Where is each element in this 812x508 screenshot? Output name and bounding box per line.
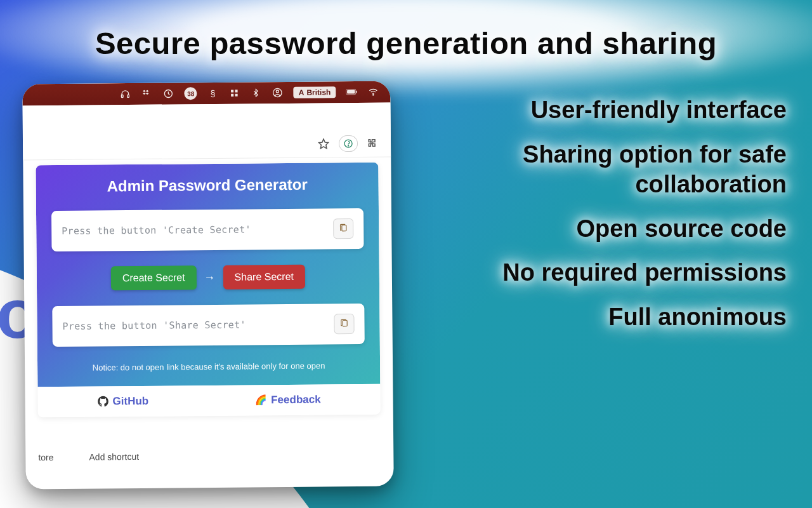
mac-menubar: 38 § A British — [22, 81, 390, 105]
chrome-ntp-row: tore Add shortcut — [38, 451, 139, 462]
svg-rect-1 — [128, 95, 129, 97]
svg-rect-3 — [231, 90, 233, 92]
github-icon — [97, 396, 108, 407]
share-secret-placeholder: Press the button 'Share Secret' — [62, 319, 246, 332]
svg-point-15 — [348, 145, 349, 145]
grid-icon — [229, 88, 240, 99]
action-row: Create Secret → Share Secret — [52, 264, 364, 291]
svg-rect-6 — [235, 94, 238, 97]
input-letter: A — [299, 88, 304, 97]
popup-title: Admin Password Generator — [51, 175, 363, 196]
svg-rect-11 — [357, 91, 357, 93]
bluetooth-icon[interactable] — [251, 87, 262, 98]
popup-body: Admin Password Generator Press the butto… — [36, 163, 380, 387]
clock-icon — [163, 88, 174, 99]
copy-share-button[interactable] — [334, 314, 354, 334]
feedback-link[interactable]: 🌈 Feedback — [255, 393, 321, 406]
share-secret-output: Press the button 'Share Secret' — [52, 304, 365, 347]
browser-tab-strip — [23, 102, 391, 132]
svg-point-8 — [277, 90, 279, 93]
svg-rect-17 — [343, 320, 347, 326]
battery-icon — [346, 86, 357, 98]
dropbox-icon — [141, 88, 153, 100]
extension-popup: Admin Password Generator Press the butto… — [36, 163, 380, 418]
badge-count: 38 — [187, 90, 194, 97]
feature-item: Sharing option for safe collaboration — [406, 140, 787, 200]
wifi-icon — [367, 86, 379, 98]
create-secret-button[interactable]: Create Secret — [111, 265, 197, 290]
clipboard-icon — [339, 319, 348, 330]
feature-item: No required permissions — [502, 258, 787, 288]
popup-footer: GitHub 🌈 Feedback — [37, 384, 380, 418]
headphones-icon — [120, 88, 131, 100]
svg-rect-0 — [122, 95, 124, 97]
copy-create-button[interactable] — [333, 218, 353, 239]
svg-rect-5 — [231, 94, 233, 97]
mac-window: 38 § A British — [22, 81, 394, 489]
star-icon[interactable] — [315, 135, 332, 152]
svg-rect-10 — [347, 90, 355, 94]
feature-item: Open source code — [576, 214, 787, 244]
extension-active-icon[interactable] — [339, 135, 358, 151]
notification-badge[interactable]: 38 — [185, 87, 197, 100]
svg-rect-4 — [235, 90, 238, 92]
feature-item: Full anonimous — [608, 302, 787, 333]
feature-item: User-friendly interface — [531, 95, 787, 126]
user-icon[interactable] — [272, 87, 284, 98]
share-secret-button[interactable]: Share Secret — [223, 265, 305, 290]
arrow-icon: → — [204, 271, 215, 284]
promo-canvas: og Secure password generation and sharin… — [0, 0, 812, 508]
input-source-indicator[interactable]: A British — [294, 86, 336, 98]
svg-marker-13 — [318, 138, 328, 148]
feature-list: User-friendly interface Sharing option f… — [406, 95, 787, 332]
create-secret-output: Press the button 'Create Secret' — [51, 208, 364, 251]
add-shortcut-label[interactable]: Add shortcut — [89, 451, 139, 462]
clipboard-icon — [339, 224, 348, 234]
browser-toolbar — [23, 129, 391, 160]
svg-rect-16 — [342, 225, 346, 231]
rainbow-icon: 🌈 — [255, 394, 267, 406]
puzzle-icon[interactable] — [364, 134, 382, 152]
input-language: British — [306, 88, 331, 97]
section-icon: § — [207, 88, 219, 99]
create-secret-placeholder: Press the button 'Create Secret' — [62, 224, 251, 237]
github-label: GitHub — [112, 395, 148, 408]
ntp-text-partial: tore — [38, 452, 53, 462]
notice-text: Notice: do not open link because it's av… — [53, 361, 365, 373]
github-link[interactable]: GitHub — [97, 395, 148, 408]
feedback-label: Feedback — [271, 393, 321, 406]
svg-point-12 — [373, 95, 374, 95]
promo-headline: Secure password generation and sharing — [0, 25, 812, 61]
